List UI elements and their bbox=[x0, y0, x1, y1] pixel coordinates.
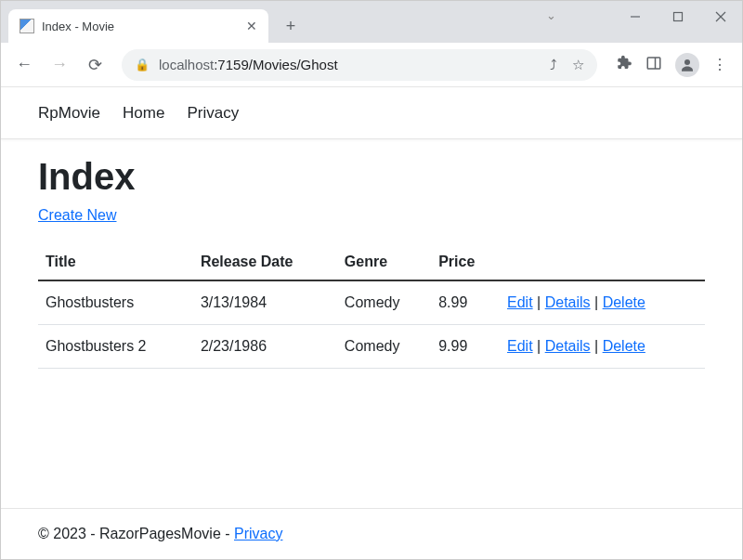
edit-link[interactable]: Edit bbox=[507, 338, 533, 354]
titlebar: Index - Movie ✕ + ⌄ bbox=[1, 1, 742, 43]
lock-icon: 🔒 bbox=[135, 58, 150, 72]
create-new-link[interactable]: Create New bbox=[38, 207, 116, 223]
page-title: Index bbox=[38, 156, 705, 198]
tab-title: Index - Movie bbox=[42, 20, 239, 33]
browser-toolbar: ← → ⟳ 🔒 localhost:7159/Movies/Ghost ⤴ ☆ … bbox=[1, 43, 742, 87]
minimize-button[interactable] bbox=[614, 1, 657, 33]
col-release: Release Date bbox=[193, 244, 337, 280]
omnibox-actions: ⤴ ☆ bbox=[550, 57, 584, 73]
url-text: localhost:7159/Movies/Ghost bbox=[159, 57, 338, 72]
details-link[interactable]: Details bbox=[545, 294, 591, 310]
toolbar-right: ⋮ bbox=[608, 53, 735, 77]
menu-icon[interactable]: ⋮ bbox=[712, 56, 727, 73]
maximize-button[interactable] bbox=[657, 1, 699, 33]
profile-avatar[interactable] bbox=[675, 53, 699, 77]
table-header-row: Title Release Date Genre Price bbox=[38, 244, 705, 280]
brand-link[interactable]: RpMovie bbox=[38, 104, 100, 123]
edit-link[interactable]: Edit bbox=[507, 294, 533, 310]
cell-release: 2/23/1986 bbox=[193, 325, 337, 369]
url-path: :7159/Movies/Ghost bbox=[214, 57, 337, 72]
svg-rect-1 bbox=[674, 13, 683, 21]
tab-search-icon[interactable]: ⌄ bbox=[546, 8, 556, 22]
details-link[interactable]: Details bbox=[545, 338, 591, 354]
cell-title: Ghostbusters 2 bbox=[38, 325, 193, 369]
cell-title: Ghostbusters bbox=[38, 280, 193, 325]
close-tab-icon[interactable]: ✕ bbox=[246, 19, 257, 33]
col-actions bbox=[500, 244, 705, 280]
table-row: Ghostbusters 2 2/23/1986 Comedy 9.99 Edi… bbox=[38, 325, 705, 369]
address-bar[interactable]: 🔒 localhost:7159/Movies/Ghost ⤴ ☆ bbox=[122, 49, 597, 81]
cell-actions: Edit | Details | Delete bbox=[500, 325, 705, 369]
cell-price: 8.99 bbox=[431, 280, 500, 325]
footer-text: © 2023 - RazorPagesMovie - bbox=[38, 526, 234, 541]
delete-link[interactable]: Delete bbox=[603, 338, 645, 354]
page: RpMovie Home Privacy Index Create New Ti… bbox=[1, 87, 742, 559]
cell-price: 9.99 bbox=[431, 325, 500, 369]
bookmark-icon[interactable]: ☆ bbox=[572, 57, 584, 73]
back-button[interactable]: ← bbox=[8, 49, 40, 81]
col-genre: Genre bbox=[337, 244, 431, 280]
extensions-icon[interactable] bbox=[616, 55, 632, 75]
cell-release: 3/13/1984 bbox=[193, 280, 337, 325]
content: Index Create New Title Release Date Genr… bbox=[1, 139, 742, 508]
forward-button[interactable]: → bbox=[44, 49, 75, 81]
site-footer: © 2023 - RazorPagesMovie - Privacy bbox=[1, 508, 742, 559]
favicon-icon bbox=[20, 19, 34, 33]
browser-tab[interactable]: Index - Movie ✕ bbox=[8, 9, 268, 43]
delete-link[interactable]: Delete bbox=[603, 294, 645, 310]
cell-actions: Edit | Details | Delete bbox=[500, 280, 705, 325]
share-icon[interactable]: ⤴ bbox=[550, 57, 557, 73]
browser-window: Index - Movie ✕ + ⌄ ← → ⟳ 🔒 localhost:71… bbox=[0, 0, 743, 560]
new-tab-button[interactable]: + bbox=[278, 13, 304, 39]
url-host: localhost bbox=[159, 57, 214, 72]
nav-home[interactable]: Home bbox=[123, 104, 164, 123]
col-price: Price bbox=[431, 244, 500, 280]
svg-rect-4 bbox=[647, 58, 660, 69]
cell-genre: Comedy bbox=[337, 280, 431, 325]
table-row: Ghostbusters 3/13/1984 Comedy 8.99 Edit … bbox=[38, 280, 705, 325]
reload-button[interactable]: ⟳ bbox=[79, 49, 111, 81]
nav-privacy[interactable]: Privacy bbox=[187, 104, 239, 123]
col-title: Title bbox=[38, 244, 193, 280]
svg-point-6 bbox=[684, 59, 690, 65]
window-controls bbox=[614, 1, 742, 33]
site-nav: RpMovie Home Privacy bbox=[1, 87, 742, 139]
sidepanel-icon[interactable] bbox=[645, 55, 662, 75]
movies-table: Title Release Date Genre Price Ghostbust… bbox=[38, 244, 705, 369]
cell-genre: Comedy bbox=[337, 325, 431, 369]
footer-privacy-link[interactable]: Privacy bbox=[234, 526, 282, 541]
close-window-button[interactable] bbox=[699, 1, 742, 33]
